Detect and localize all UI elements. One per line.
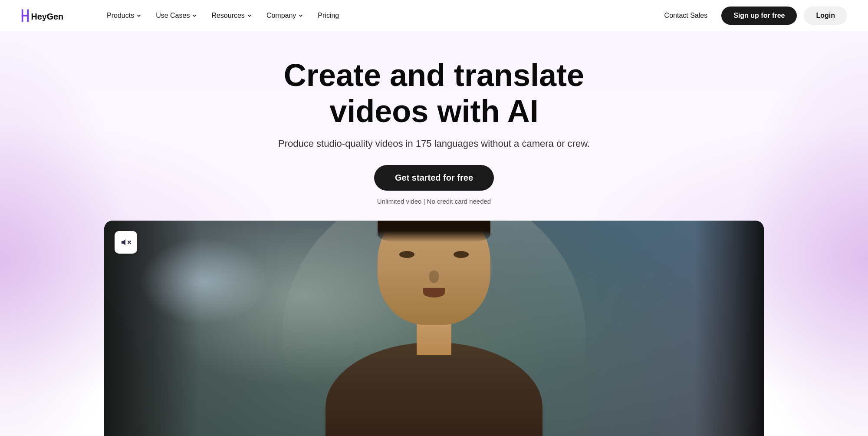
navbar: HeyGen Products Use Cases Resources Comp… xyxy=(0,0,868,31)
nav-label-products: Products xyxy=(107,12,134,20)
svg-text:HeyGen: HeyGen xyxy=(31,12,63,21)
mute-icon xyxy=(121,237,131,248)
person-body xyxy=(326,342,542,436)
get-started-button[interactable]: Get started for free xyxy=(374,165,494,191)
nav-item-company[interactable]: Company xyxy=(260,8,310,23)
nav-item-resources[interactable]: Resources xyxy=(205,8,258,23)
person-mouth xyxy=(423,288,445,297)
nav-item-use-cases[interactable]: Use Cases xyxy=(150,8,204,23)
hero-section: Create and translate videos with AI Prod… xyxy=(0,31,868,436)
nav-item-products[interactable]: Products xyxy=(101,8,148,23)
right-pillar xyxy=(694,221,764,436)
nav-label-use-cases: Use Cases xyxy=(156,12,190,20)
video-background xyxy=(104,221,764,436)
window-light xyxy=(139,238,269,325)
login-button[interactable]: Login xyxy=(804,7,847,25)
contact-sales-button[interactable]: Contact Sales xyxy=(658,8,715,23)
nav-label-resources: Resources xyxy=(211,12,244,20)
person-hair xyxy=(378,221,490,242)
navbar-right: Contact Sales Sign up for free Login xyxy=(658,7,847,25)
hero-subtitle: Produce studio-quality videos in 175 lan… xyxy=(278,138,590,149)
chevron-down-icon xyxy=(136,13,142,19)
hero-video xyxy=(104,221,764,436)
chevron-down-icon-2 xyxy=(191,13,197,19)
video-person-area xyxy=(312,221,556,436)
logo[interactable]: HeyGen xyxy=(21,8,83,23)
hero-title: Create and translate videos with AI xyxy=(239,57,629,129)
svg-rect-2 xyxy=(22,15,29,17)
nav-label-pricing: Pricing xyxy=(318,12,339,20)
mute-button[interactable] xyxy=(115,231,137,254)
cta-note: Unlimited video | No credit card needed xyxy=(377,198,491,205)
nav-label-company: Company xyxy=(266,12,296,20)
signup-button[interactable]: Sign up for free xyxy=(721,7,797,25)
nav-item-pricing[interactable]: Pricing xyxy=(312,8,345,23)
left-eye xyxy=(399,251,414,258)
person-nose xyxy=(429,271,439,283)
chevron-down-icon-3 xyxy=(247,13,253,19)
right-eye xyxy=(454,251,469,258)
logo-svg: HeyGen xyxy=(21,8,83,23)
nav-links: Products Use Cases Resources Company Pri… xyxy=(101,8,658,23)
person-face xyxy=(378,221,490,325)
chevron-down-icon-4 xyxy=(298,13,304,19)
